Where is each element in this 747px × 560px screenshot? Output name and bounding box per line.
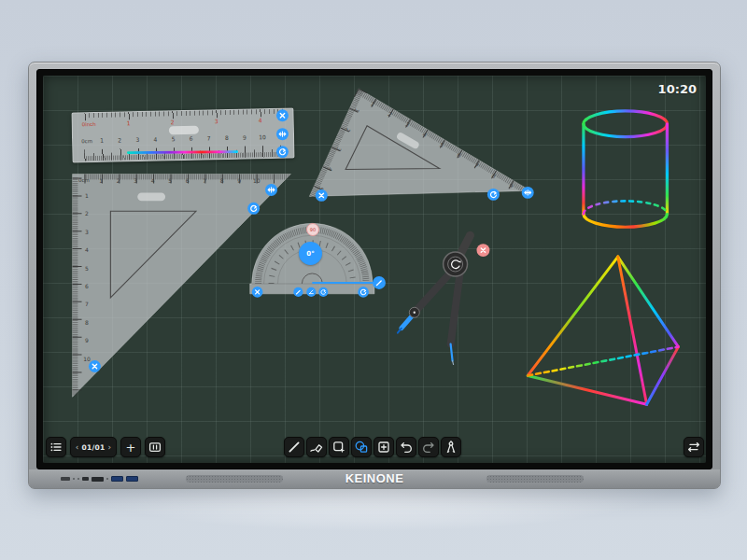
toolbar-right-group [684,437,704,457]
protractor-angle-readout[interactable]: 0° [299,242,322,265]
eraser-tool-button[interactable] [306,437,327,457]
shapes-icon [354,440,369,455]
bottom-bezel: KEINONE [29,469,720,488]
pen-icon [287,440,302,455]
triangle-rot-resize-button[interactable] [522,187,534,199]
shapes-tool-button[interactable] [351,437,372,457]
triangle-left-resize-button[interactable] [265,184,277,196]
ruler-rotate-button[interactable] [276,146,289,158]
swap-arrows-icon [686,440,701,455]
geometry-tools-button[interactable] [441,437,461,457]
protractor-draw-handle[interactable] [373,276,386,289]
protractor-angle-button[interactable] [306,287,316,297]
screen-bezel: 0inch 1234 0cm 12345678910 0cm 123456789… [36,69,712,469]
protractor-pencil-button[interactable] [293,287,303,297]
compass-tools-icon [444,440,458,455]
toolbar-center-group [284,437,461,457]
page-navigator[interactable]: ‹ 01/01 › [70,437,117,457]
compass-close-button[interactable] [476,244,489,257]
select-tool-button[interactable] [329,437,349,457]
protractor-close-button[interactable] [252,287,263,298]
eraser-icon [309,440,324,455]
protractor-90-marker[interactable]: 90 [306,223,319,236]
brand-logo: KEINONE [29,471,720,485]
insert-object-button[interactable] [374,437,394,457]
plus-icon: + [126,441,136,454]
boards-icon [148,440,162,455]
panel-reflection [65,483,682,532]
page-prev-button[interactable]: ‹ [76,443,79,452]
ruler-close-button[interactable] [276,109,289,121]
triangle-rot-close-button[interactable] [316,189,328,202]
desk-background: 0inch 1234 0cm 12345678910 0cm 123456789… [0,0,747,560]
insert-icon [376,440,391,455]
protractor-rotate-button[interactable] [358,287,369,298]
select-icon [331,440,346,455]
undo-icon [399,440,414,455]
page-next-button[interactable]: › [108,443,112,452]
board-menu-button[interactable] [46,437,66,457]
triangle-left-close-button[interactable] [89,360,101,372]
list-menu-icon [49,440,63,455]
triangle-rot-rotate-button[interactable] [487,189,500,201]
speaker-grille-right [486,475,584,483]
add-page-button[interactable]: + [120,437,141,457]
triangle-left-rotate-button[interactable] [247,203,260,215]
page-indicator: 01/01 [81,443,105,452]
redo-icon [421,440,436,455]
undo-button[interactable] [396,437,416,457]
toolbar-left-group: ‹ 01/01 › + [46,437,165,457]
toolbar-swap-button[interactable] [684,437,704,457]
interactive-flat-panel: 0inch 1234 0cm 12345678910 0cm 123456789… [28,62,721,489]
redo-button[interactable] [418,437,439,457]
whiteboard-canvas[interactable]: 0inch 1234 0cm 12345678910 0cm 123456789… [43,76,706,463]
protractor-reset-button[interactable] [318,287,328,297]
handles-layer [43,76,706,463]
pen-tool-button[interactable] [284,437,304,457]
rainbow-ink-stroke [128,152,236,153]
clock: 10:20 [658,82,697,96]
ruler-resize-button[interactable] [276,128,289,140]
multi-board-button[interactable] [145,437,165,457]
